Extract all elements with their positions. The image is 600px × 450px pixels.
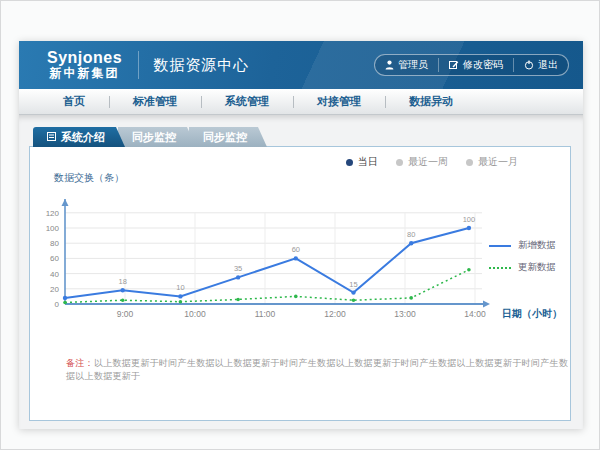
svg-text:13:00: 13:00	[394, 309, 416, 319]
edit-icon	[449, 60, 459, 70]
user-icon	[385, 60, 394, 70]
tab-label: 同步监控	[132, 127, 176, 147]
radio-dot	[466, 159, 473, 166]
svg-text:40: 40	[50, 270, 59, 279]
legend-label: 更新数据	[518, 261, 556, 274]
nav-item-home[interactable]: 首页	[39, 89, 109, 114]
svg-text:60: 60	[50, 254, 59, 263]
app-header: Synjones 新中新集团 数据资源中心 管理员 修改密码	[19, 41, 583, 89]
brand-chinese-name: 新中新集团	[47, 67, 122, 80]
page-background: { "window": { "brand": "Synjones", "bran…	[0, 0, 600, 450]
svg-text:20: 20	[50, 285, 59, 294]
radio-dot	[346, 159, 353, 166]
svg-text:100: 100	[463, 215, 476, 224]
radio-dot	[396, 159, 403, 166]
tab-system-intro[interactable]: 系统介绍	[33, 127, 125, 147]
dotted-line-swatch	[489, 267, 511, 269]
radio-label: 最近一周	[408, 155, 448, 169]
nav-item-interface-mgmt[interactable]: 对接管理	[293, 89, 385, 114]
svg-text:35: 35	[234, 264, 242, 273]
svg-text:18: 18	[119, 277, 127, 286]
footnote-label: 备注：	[66, 358, 94, 368]
tab-bar: 系统介绍 同步监控 同步监控	[33, 127, 260, 147]
svg-text:10:00: 10:00	[184, 309, 206, 319]
page-title: 数据资源中心	[153, 56, 249, 75]
svg-text:日期（小时）: 日期（小时）	[502, 308, 562, 319]
y-axis-title: 数据交换（条）	[54, 171, 124, 185]
power-icon	[524, 60, 534, 70]
legend-label: 新增数据	[518, 239, 556, 252]
svg-text:120: 120	[46, 209, 60, 218]
document-icon	[47, 127, 56, 147]
nav-item-standard-mgmt[interactable]: 标准管理	[109, 89, 201, 114]
radio-label: 最近一月	[478, 155, 518, 169]
nav-item-system-mgmt[interactable]: 系统管理	[201, 89, 293, 114]
tab-sync-monitor-1[interactable]: 同步监控	[118, 127, 196, 147]
svg-text:10: 10	[176, 283, 184, 292]
nav-item-data-change[interactable]: 数据异动	[385, 89, 477, 114]
change-password-button[interactable]: 修改密码	[438, 58, 513, 72]
current-user-button[interactable]: 管理员	[375, 58, 438, 72]
radio-today[interactable]: 当日	[346, 155, 378, 169]
svg-text:14:00: 14:00	[464, 309, 486, 319]
svg-text:11:00: 11:00	[255, 309, 276, 319]
radio-last-week[interactable]: 最近一周	[396, 155, 448, 169]
radio-last-month[interactable]: 最近一月	[466, 155, 518, 169]
svg-text:0: 0	[55, 300, 60, 309]
header-divider	[138, 51, 139, 79]
legend-item-new-data[interactable]: 新增数据	[489, 239, 556, 252]
solid-line-swatch	[489, 245, 511, 247]
logout-button[interactable]: 退出	[513, 58, 568, 72]
tab-sync-monitor-2[interactable]: 同步监控	[189, 127, 267, 147]
logout-label: 退出	[538, 58, 558, 72]
time-range-filter: 当日 最近一周 最近一月	[346, 155, 518, 169]
svg-text:60: 60	[292, 245, 300, 254]
tab-label: 同步监控	[203, 127, 247, 147]
main-nav: 首页 标准管理 系统管理 对接管理 数据异动	[19, 89, 583, 115]
chart-panel: 当日 最近一周 最近一月 数据交换（条） 0204060801001209:00…	[29, 146, 571, 421]
brand-wordmark: Synjones	[47, 50, 122, 67]
svg-text:80: 80	[407, 230, 415, 239]
change-password-label: 修改密码	[463, 58, 503, 72]
footnote: 备注：以上数据更新于时间产生数据以上数据更新于时间产生数据以上数据更新于时间产生…	[66, 357, 570, 383]
svg-text:9:00: 9:00	[117, 309, 134, 319]
svg-text:100: 100	[46, 224, 60, 233]
app-window: Synjones 新中新集团 数据资源中心 管理员 修改密码	[19, 41, 583, 429]
svg-text:15: 15	[349, 280, 357, 289]
svg-text:12:00: 12:00	[324, 309, 346, 319]
company-logo: Synjones 新中新集团	[47, 50, 122, 79]
series-legend: 新增数据 更新数据	[489, 239, 556, 274]
radio-label: 当日	[358, 155, 378, 169]
tab-label: 系统介绍	[61, 127, 105, 147]
current-user-label: 管理员	[398, 58, 428, 72]
footnote-text: 以上数据更新于时间产生数据以上数据更新于时间产生数据以上数据更新于时间产生数据以…	[66, 358, 568, 381]
legend-item-updated-data[interactable]: 更新数据	[489, 261, 556, 274]
svg-text:80: 80	[50, 239, 59, 248]
user-toolbar: 管理员 修改密码 退出	[374, 54, 569, 76]
content-area: 系统介绍 同步监控 同步监控 当日 最近一周	[19, 115, 583, 429]
